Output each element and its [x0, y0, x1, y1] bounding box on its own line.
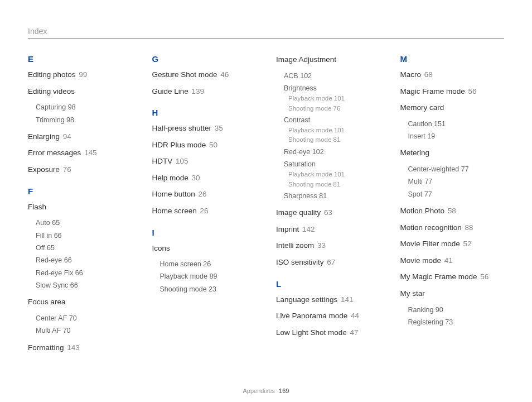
entry-label[interactable]: Flash	[28, 202, 132, 213]
subsub-entry[interactable]: Playback mode 101	[288, 170, 380, 179]
sub-entry[interactable]: Fill in 66	[36, 231, 132, 241]
entry-label[interactable]: Live Panorama mode 44	[276, 310, 380, 322]
index-entry: Language settings 141	[276, 294, 380, 305]
index-letter: G	[152, 54, 257, 64]
sub-entry[interactable]: Shooting mode 23	[160, 284, 257, 295]
index-column: Image AdjustmentACB 102BrightnessPlaybac…	[276, 54, 380, 358]
entry-label[interactable]: Motion recognition 88	[400, 222, 505, 233]
sub-entry[interactable]: Capturing 98	[36, 102, 132, 113]
entry-page: 94	[61, 132, 71, 141]
entry-label[interactable]: Editing videos	[28, 86, 132, 97]
entry-label[interactable]: Error messages 145	[28, 147, 132, 159]
entry-page: 52	[461, 240, 472, 248]
entry-label[interactable]: Metering	[400, 147, 505, 159]
entry-label[interactable]: Gesture Shot mode 46	[152, 69, 257, 80]
entry-label[interactable]: Enlarging 94	[28, 131, 132, 142]
entry-label[interactable]: Image quality 63	[276, 207, 380, 218]
entry-label[interactable]: Half-press shutter 35	[152, 123, 257, 134]
sub-entry[interactable]: Off 65	[36, 243, 132, 253]
entry-page: 76	[331, 105, 340, 112]
entry-label[interactable]: Home button 26	[152, 189, 257, 200]
sub-entry[interactable]: Saturation	[284, 159, 380, 170]
subsub-entry[interactable]: Shooting mode 76	[288, 104, 380, 113]
entry-label[interactable]: HDR Plus mode 50	[152, 140, 257, 151]
entry-page: 66	[52, 232, 61, 240]
entry-label[interactable]: Low Light Shot mode 47	[276, 327, 380, 338]
entry-page: 58	[446, 207, 456, 215]
sub-entry[interactable]: Sharpness 81	[284, 191, 380, 202]
index-entry: Macro 68	[400, 69, 505, 80]
index-letter: I	[152, 228, 257, 237]
entry-label[interactable]: Magic Frame mode 56	[400, 86, 505, 97]
entry-label[interactable]: Image Adjustment	[276, 54, 380, 65]
entry-label[interactable]: Focus area	[28, 296, 132, 308]
sub-entry[interactable]: Trimming 98	[36, 115, 132, 126]
sub-entry[interactable]: Multi 77	[408, 176, 505, 187]
entry-label[interactable]: Macro 68	[400, 69, 505, 80]
index-entry: Help mode 30	[152, 173, 257, 184]
entry-label[interactable]: Movie mode 41	[400, 255, 505, 266]
sub-entry[interactable]: Caution 151	[408, 119, 505, 130]
sub-entry[interactable]: Playback mode 89	[160, 271, 257, 282]
entry-label[interactable]: HDTV 105	[152, 156, 257, 167]
index-entry: Imprint 142	[276, 224, 380, 235]
index-letter: M	[400, 54, 505, 64]
entry-page: 98	[66, 103, 75, 111]
entry-label[interactable]: Motion Photo 58	[400, 205, 505, 217]
index-entry: Gesture Shot mode 46	[152, 69, 257, 80]
index-entry: Intelli zoom 33	[276, 240, 380, 251]
index-entry: Image quality 63	[276, 207, 380, 218]
entry-label[interactable]: Home screen 26	[152, 205, 257, 217]
entry-label[interactable]: My star	[400, 288, 505, 299]
entry-label[interactable]: Formatting 143	[28, 342, 132, 353]
entry-label[interactable]: Movie Filter mode 52	[400, 238, 505, 250]
index-entry: Movie Filter mode 52	[400, 238, 505, 250]
entry-page: 99	[77, 70, 88, 79]
entry-page: 90	[433, 306, 443, 314]
sub-entry[interactable]: Insert 19	[408, 131, 505, 142]
sub-entry[interactable]: Contrast	[284, 115, 380, 126]
sub-entry[interactable]: Spot 77	[408, 189, 505, 200]
entry-page: 66	[62, 256, 71, 264]
entry-label[interactable]: Imprint 142	[276, 224, 380, 235]
index-letter: H	[152, 108, 257, 117]
entry-page: 26	[196, 190, 207, 198]
sub-entry[interactable]: Brightness	[284, 83, 380, 94]
sub-entry[interactable]: Red-eye Fix 66	[36, 268, 132, 279]
entry-label[interactable]: Editing photos 99	[28, 69, 132, 80]
sub-entry[interactable]: Registering 73	[408, 317, 505, 328]
entry-page: 73	[443, 318, 453, 326]
subsub-entry[interactable]: Playback mode 101	[288, 126, 380, 135]
sub-entry[interactable]: Home screen 26	[160, 259, 257, 270]
entry-page: 56	[478, 272, 489, 281]
entry-label[interactable]: My Magic Frame mode 56	[400, 271, 505, 283]
subsub-entry[interactable]: Shooting mode 81	[288, 180, 380, 189]
entry-label[interactable]: Help mode 30	[152, 173, 257, 184]
entry-label[interactable]: Exposure 76	[28, 164, 132, 175]
entry-page: 68	[422, 70, 433, 79]
index-letter: F	[28, 186, 132, 196]
sub-entry[interactable]: Ranking 90	[408, 305, 505, 315]
index-entry: My starRanking 90Registering 73	[400, 288, 505, 328]
sub-entry[interactable]: Center-weighted 77	[408, 164, 505, 175]
subsub-entry[interactable]: Shooting mode 81	[288, 135, 380, 145]
sub-entry[interactable]: Red-eye 102	[284, 147, 380, 157]
entry-label[interactable]: Guide Line 139	[152, 86, 257, 97]
sub-entry[interactable]: Slow Sync 66	[36, 280, 132, 291]
sub-entry[interactable]: Center AF 70	[36, 313, 132, 324]
entry-label[interactable]: Icons	[152, 243, 257, 254]
subsub-entry[interactable]: Playback mode 101	[288, 94, 380, 103]
sub-entry[interactable]: Multi AF 70	[36, 326, 132, 336]
index-entry: FlashAuto 65Fill in 66Off 65Red-eye 66Re…	[28, 202, 132, 291]
entry-page: 63	[322, 208, 332, 217]
entry-label[interactable]: ISO sensitivity 67	[276, 257, 380, 268]
sub-entry[interactable]: ACB 102	[284, 71, 380, 82]
entry-page: 81	[331, 181, 340, 188]
entry-label[interactable]: Intelli zoom 33	[276, 240, 380, 251]
entry-label[interactable]: Memory card	[400, 102, 505, 113]
entry-label[interactable]: Language settings 141	[276, 294, 380, 305]
page-footer: Appendixes 169	[0, 387, 532, 394]
sub-entry[interactable]: Auto 65	[36, 218, 132, 228]
sub-entry[interactable]: Red-eye 66	[36, 255, 132, 266]
entry-page: 142	[300, 225, 315, 233]
